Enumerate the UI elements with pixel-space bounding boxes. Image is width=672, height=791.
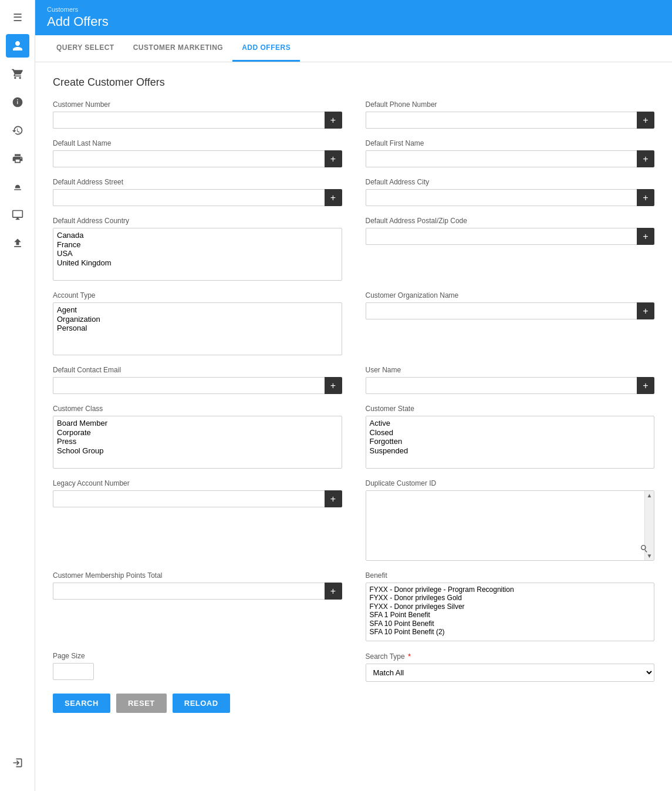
- default-address-street-input[interactable]: [53, 189, 325, 206]
- customer-state-select[interactable]: Active Closed Forgotten Suspended: [366, 416, 655, 469]
- sidebar-monitor-icon[interactable]: [6, 203, 29, 227]
- benefit-select[interactable]: FYXX - Donor privilege - Program Recogni…: [366, 583, 655, 641]
- default-first-name-add-btn[interactable]: +: [637, 150, 654, 167]
- sidebar-cart-icon[interactable]: [6, 62, 29, 86]
- customer-org-name-add-btn[interactable]: +: [637, 302, 654, 319]
- customer-org-name-group: Customer Organization Name +: [366, 291, 655, 355]
- default-address-country-label: Default Address Country: [53, 217, 342, 225]
- tab-customer-marketing[interactable]: CUSTOMER MARKETING: [124, 35, 232, 62]
- default-address-street-group: Default Address Street +: [53, 178, 342, 206]
- scroll-up-arrow[interactable]: ▲: [647, 492, 653, 499]
- membership-points-label: Customer Membership Points Total: [53, 571, 342, 580]
- membership-points-add-btn[interactable]: +: [325, 583, 342, 600]
- legacy-account-input[interactable]: [53, 490, 325, 507]
- sidebar-chair-icon[interactable]: [6, 175, 29, 198]
- default-last-name-label: Default Last Name: [53, 139, 342, 147]
- default-contact-email-label: Default Contact Email: [53, 366, 342, 374]
- default-phone-group: Default Phone Number +: [366, 100, 655, 129]
- membership-points-input[interactable]: [53, 583, 325, 600]
- tabs-container: QUERY SELECT CUSTOMER MARKETING ADD OFFE…: [35, 35, 672, 62]
- sidebar-menu-icon[interactable]: ☰: [6, 6, 29, 29]
- legacy-account-label: Legacy Account Number: [53, 479, 342, 487]
- default-address-postal-input-wrapper: +: [366, 228, 655, 245]
- default-address-city-input[interactable]: [366, 189, 637, 206]
- form-area: Create Customer Offers Customer Number +…: [35, 62, 672, 791]
- duplicate-customer-area: ▲ ▼: [366, 490, 655, 561]
- search-button[interactable]: SEARCH: [53, 694, 110, 713]
- user-name-input-wrapper: +: [366, 377, 655, 394]
- duplicate-search-btn[interactable]: [640, 544, 649, 556]
- legacy-account-input-wrapper: +: [53, 490, 342, 507]
- default-address-postal-group: Default Address Postal/Zip Code +: [366, 217, 655, 281]
- breadcrumb: Customers: [47, 6, 660, 13]
- user-name-add-btn[interactable]: +: [637, 377, 654, 394]
- tab-query-select[interactable]: QUERY SELECT: [47, 35, 124, 62]
- customer-number-group: Customer Number +: [53, 100, 342, 129]
- sidebar-history-icon[interactable]: [6, 119, 29, 142]
- default-phone-input[interactable]: [366, 112, 637, 129]
- action-buttons: SEARCH RESET RELOAD: [53, 694, 654, 713]
- reload-button[interactable]: RELOAD: [173, 694, 230, 713]
- customer-org-name-label: Customer Organization Name: [366, 291, 655, 299]
- sidebar-clock-icon[interactable]: [6, 90, 29, 114]
- page-size-label: Page Size: [53, 652, 342, 660]
- user-name-label: User Name: [366, 366, 655, 374]
- customer-state-label: Customer State: [366, 405, 655, 413]
- default-address-street-add-btn[interactable]: +: [325, 189, 342, 206]
- legacy-account-add-btn[interactable]: +: [325, 490, 342, 507]
- default-first-name-label: Default First Name: [366, 139, 655, 147]
- default-address-postal-label: Default Address Postal/Zip Code: [366, 217, 655, 225]
- sidebar-user-icon[interactable]: [6, 34, 29, 58]
- top-header: Customers Add Offers: [35, 0, 672, 35]
- default-last-name-add-btn[interactable]: +: [325, 150, 342, 167]
- default-contact-email-add-btn[interactable]: +: [325, 377, 342, 394]
- default-contact-email-input-wrapper: +: [53, 377, 342, 394]
- duplicate-customer-textarea[interactable]: [366, 491, 645, 560]
- default-first-name-input[interactable]: [366, 150, 637, 167]
- account-type-label: Account Type: [53, 291, 342, 299]
- customer-number-label: Customer Number: [53, 100, 342, 109]
- default-address-city-label: Default Address City: [366, 178, 655, 186]
- default-last-name-input[interactable]: [53, 150, 325, 167]
- default-contact-email-input[interactable]: [53, 377, 325, 394]
- reset-button[interactable]: RESET: [116, 694, 167, 713]
- customer-number-input-wrapper: +: [53, 112, 342, 129]
- default-contact-email-group: Default Contact Email +: [53, 366, 342, 394]
- customer-org-name-input-wrapper: +: [366, 302, 655, 319]
- default-address-country-select[interactable]: Canada France USA United Kingdom: [53, 228, 342, 281]
- customer-class-select[interactable]: Board Member Corporate Press School Grou…: [53, 416, 342, 469]
- form-section-title: Create Customer Offers: [53, 76, 654, 89]
- default-phone-label: Default Phone Number: [366, 100, 655, 109]
- page-size-input[interactable]: 50: [53, 663, 94, 680]
- bottom-row: Page Size 50 Search Type * Match All Mat…: [53, 652, 654, 682]
- sidebar: ☰: [0, 0, 35, 791]
- default-address-street-label: Default Address Street: [53, 178, 342, 186]
- default-address-city-add-btn[interactable]: +: [637, 189, 654, 206]
- benefit-label: Benefit: [366, 571, 655, 580]
- membership-points-input-wrapper: +: [53, 583, 342, 600]
- search-type-label: Search Type *: [366, 652, 655, 661]
- default-address-postal-input[interactable]: [366, 228, 637, 245]
- default-address-city-group: Default Address City +: [366, 178, 655, 206]
- sidebar-print-icon[interactable]: [6, 147, 29, 170]
- required-asterisk: *: [408, 652, 411, 661]
- page-size-group: Page Size 50: [53, 652, 342, 682]
- customer-number-input[interactable]: [53, 112, 325, 129]
- user-name-group: User Name +: [366, 366, 655, 394]
- customer-org-name-input[interactable]: [366, 302, 637, 319]
- legacy-account-group: Legacy Account Number +: [53, 479, 342, 561]
- sidebar-upload-icon[interactable]: [6, 231, 29, 255]
- search-type-select[interactable]: Match All Match Any: [366, 664, 655, 682]
- user-name-input[interactable]: [366, 377, 637, 394]
- tab-add-offers[interactable]: ADD OFFERS: [232, 35, 300, 62]
- main-content: Customers Add Offers QUERY SELECT CUSTOM…: [35, 0, 672, 791]
- customer-class-group: Customer Class Board Member Corporate Pr…: [53, 405, 342, 469]
- default-address-postal-add-btn[interactable]: +: [637, 228, 654, 245]
- customer-class-label: Customer Class: [53, 405, 342, 413]
- default-address-street-input-wrapper: +: [53, 189, 342, 206]
- default-phone-add-btn[interactable]: +: [637, 112, 654, 129]
- account-type-select[interactable]: Agent Organization Personal: [53, 302, 342, 355]
- sidebar-exit-icon[interactable]: [6, 751, 29, 775]
- customer-number-add-btn[interactable]: +: [325, 112, 342, 129]
- form-grid: Customer Number + Default Phone Number +…: [53, 100, 654, 641]
